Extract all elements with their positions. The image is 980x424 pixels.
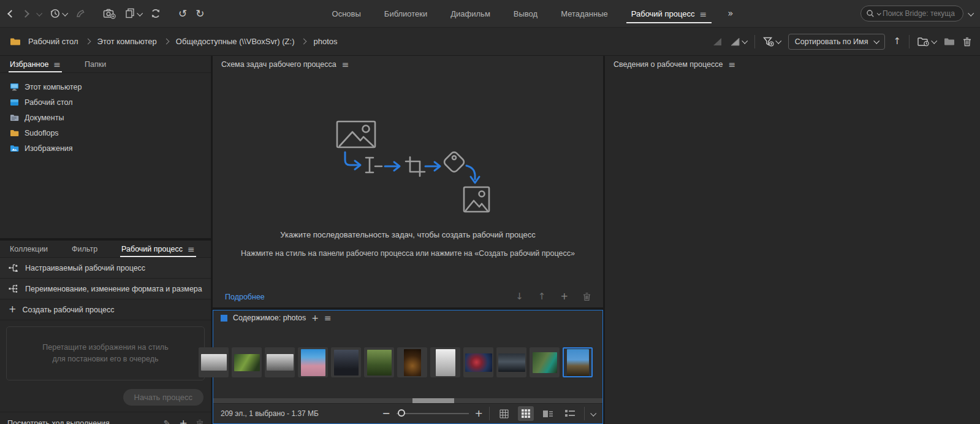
get-photos-button[interactable] [103,8,116,19]
view-options-chevron[interactable] [590,410,596,416]
sort-dropdown[interactable]: Сортировать по Имя [788,34,886,50]
panel-menu-icon[interactable]: ≡ [728,60,735,69]
panel-menu-icon[interactable]: ≡ [53,60,61,69]
thumbnail-woman-in-pink[interactable] [298,347,328,377]
thumbnail-view-button[interactable] [518,406,534,421]
content-select-icon[interactable] [221,315,227,322]
edit-icon[interactable]: ✎ [164,419,171,424]
favorite-documents[interactable]: Документы [0,110,211,125]
favorite-label: Рабочий стол [25,98,72,107]
recent-items-button[interactable] [917,37,936,47]
panel-menu-icon[interactable]: ≡ [342,60,349,69]
tab-workflow[interactable]: Рабочий процесс ≡ [623,1,716,26]
breadcrumb-item[interactable]: Рабочий стол [28,37,78,46]
add-task-icon[interactable]: + [560,292,568,301]
favorite-desktop[interactable]: Рабочий стол [0,94,211,110]
zoom-out-icon[interactable]: − [382,409,390,418]
scheme-body: Укажите последовательность задач, чтобы … [213,73,603,307]
search-input[interactable] [883,9,958,18]
new-folder-icon[interactable] [944,37,955,46]
forward-button[interactable] [23,11,28,17]
panel-menu-icon[interactable]: ≡ [324,313,332,323]
preset-custom-workflow[interactable]: Настраиваемый рабочий процесс [0,258,211,279]
back-button[interactable] [9,11,14,17]
list-view-button[interactable] [562,406,578,421]
scrollbar-thumb[interactable] [412,398,454,403]
thumbnail-forest-person[interactable] [364,347,394,377]
thumbnail-water-scene[interactable] [496,347,526,377]
more-workspaces-icon[interactable]: » [721,9,739,18]
thumbnail-red-dancers[interactable] [463,347,493,377]
thumbnail-green-couple[interactable] [530,347,560,377]
tab-folders[interactable]: Папки [83,56,107,72]
filter-button[interactable] [763,37,780,47]
tab-workflow-panel[interactable]: Рабочий процесс ≡ [120,240,196,258]
grid-lock-button[interactable] [496,406,512,421]
sort-direction-button[interactable]: ↑ [893,37,901,46]
tab-filter[interactable]: Фильтр [70,241,99,257]
favorite-pictures[interactable]: Изображения [0,141,211,156]
thumbnail-bw-cityscape[interactable] [199,347,229,377]
list-view-icon [565,410,575,417]
start-process-button[interactable]: Начать процесс [123,389,203,406]
thumbnail-forest-people[interactable] [232,347,262,377]
tab-collections[interactable]: Коллекции [9,241,49,257]
tab-metadata[interactable]: Метаданные [552,1,617,26]
thumbnail-bw-lake[interactable] [265,347,295,377]
move-task-down-icon[interactable]: ↓ [515,292,523,301]
recent-history-button[interactable] [50,8,67,19]
content-add-icon[interactable]: + [311,314,319,322]
tab-workflow-panel-label: Рабочий процесс [121,245,183,253]
thumbnail-size-slider[interactable] [397,413,469,414]
learn-more-link[interactable]: Подробнее [225,293,265,301]
panel-menu-icon[interactable]: ≡ [188,244,195,254]
tab-menu-icon[interactable]: ≡ [700,9,707,19]
tab-favorites[interactable]: Избранное ≡ [9,55,62,73]
thumbnail-bw-portrait[interactable] [430,347,460,377]
favorites-panel: Избранное ≡ Папки Этот компьютер Рабочий… [0,56,211,238]
tab-libraries[interactable]: Библиотеки [376,1,436,26]
breadcrumb-item[interactable]: photos [313,37,337,46]
delete-icon[interactable] [963,37,971,47]
view-progress-link[interactable]: Посмотреть ход выполнения [7,419,110,424]
thumbnail-candle-scene[interactable] [397,347,427,377]
thumbnail-image [567,349,589,376]
horizontal-scrollbar[interactable] [213,398,602,403]
scheme-panel-title: Схема задач рабочего процесса [221,60,336,69]
create-workflow-button[interactable]: + Создать рабочий процесс [0,299,211,320]
search-scope-chevron[interactable] [877,11,881,15]
details-view-button[interactable] [540,406,556,421]
favorite-sudoflops[interactable]: Sudoflops [0,125,211,141]
batch-copy-button[interactable] [124,8,142,19]
thumbnail-rider-selected[interactable] [563,347,593,377]
boomerang-button[interactable] [75,9,86,19]
add-icon[interactable]: + [180,418,188,424]
workflow-dropzone[interactable]: Перетащите изображения на стиль для пост… [6,326,205,380]
tab-filmstrip[interactable]: Диафильм [442,1,499,26]
scheme-task-actions: ↓ ↑ + [515,292,591,301]
move-task-up-icon[interactable]: ↑ [538,292,546,301]
toolbar-divider [909,35,910,48]
search-options-chevron[interactable] [968,10,974,16]
zoom-controls: − + [382,406,595,421]
tab-essentials[interactable]: Основы [324,1,370,26]
preset-rename-resize[interactable]: Переименование, изменение формата и разм… [0,279,211,299]
boomerang-icon [75,9,86,19]
center-column: Схема задач рабочего процесса ≡ [213,56,603,424]
rotate-left-button[interactable]: ↺ [178,9,187,19]
favorite-this-computer[interactable]: Этот компьютер [0,79,211,94]
trash-icon[interactable] [196,419,203,424]
rating-filter-icon[interactable] [713,37,723,46]
breadcrumb-item[interactable]: Общедоступные (\\VBoxSvr) (Z:) [176,37,295,46]
quality-preview-button[interactable] [731,37,746,46]
slider-thumb[interactable] [398,409,405,417]
refresh-button[interactable] [150,8,161,19]
delete-task-icon[interactable] [583,292,591,301]
search-box[interactable] [860,6,963,21]
thumbnail-dark-portrait[interactable] [331,347,361,377]
preset-label: Настраиваемый рабочий процесс [25,264,145,272]
breadcrumb-item[interactable]: Этот компьютер [97,37,157,46]
nav-history-chevron[interactable] [37,12,41,16]
tab-output[interactable]: Вывод [505,1,546,26]
zoom-in-icon[interactable]: + [475,409,483,418]
